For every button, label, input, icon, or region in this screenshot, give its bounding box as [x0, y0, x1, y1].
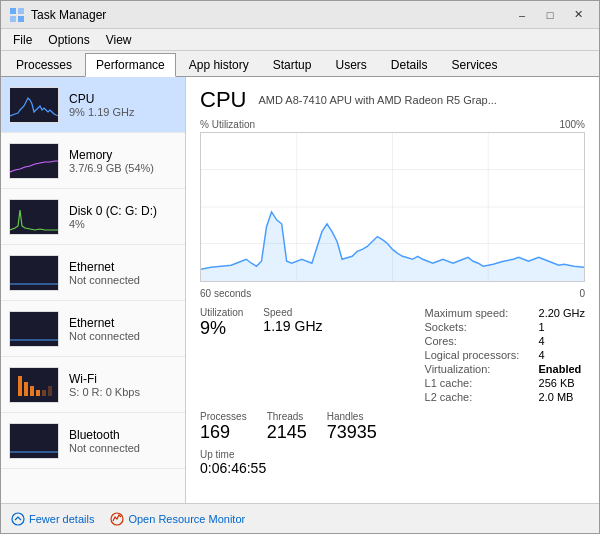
svg-rect-2 [10, 16, 16, 22]
handles-label: Handles [327, 411, 377, 422]
tab-users[interactable]: Users [324, 53, 377, 76]
tab-details[interactable]: Details [380, 53, 439, 76]
uptime-value: 0:06:46:55 [200, 460, 585, 476]
tab-processes[interactable]: Processes [5, 53, 83, 76]
uptime-label: Up time [200, 449, 585, 460]
cpu-sidebar-subtitle: 9% 1.19 GHz [69, 106, 134, 118]
svg-rect-14 [30, 386, 34, 396]
wifi-thumbnail [9, 367, 59, 403]
processes-row: Processes 169 Threads 2145 Handles 73935 [200, 411, 585, 443]
svg-rect-7 [10, 256, 59, 291]
virtualization-label: Virtualization: [425, 363, 535, 375]
sidebar-item-cpu[interactable]: CPU 9% 1.19 GHz [1, 77, 185, 133]
chart-y-label: % Utilization [200, 119, 255, 130]
sockets-row: Sockets: 1 [425, 321, 585, 333]
l2-cache-value: 2.0 MB [539, 391, 574, 403]
sidebar-item-ethernet2[interactable]: Ethernet Not connected [1, 301, 185, 357]
cpu-thumbnail [9, 87, 59, 123]
sidebar-item-memory[interactable]: Memory 3.7/6.9 GB (54%) [1, 133, 185, 189]
svg-rect-0 [10, 8, 16, 14]
threads-block: Threads 2145 [267, 411, 307, 443]
menu-bar: File Options View [1, 29, 599, 51]
max-speed-value: 2.20 GHz [539, 307, 585, 319]
tab-services[interactable]: Services [441, 53, 509, 76]
svg-rect-9 [10, 312, 59, 347]
speed-label: Speed [263, 307, 322, 318]
svg-rect-1 [18, 8, 24, 14]
menu-view[interactable]: View [98, 31, 140, 49]
svg-rect-4 [10, 88, 59, 123]
open-resource-monitor-link[interactable]: Open Resource Monitor [110, 512, 245, 526]
ethernet1-sidebar-title: Ethernet [69, 260, 140, 274]
bluetooth-sidebar-subtitle: Not connected [69, 442, 140, 454]
panel-description: AMD A8-7410 APU with AMD Radeon R5 Grap.… [258, 94, 496, 106]
fewer-details-link[interactable]: Fewer details [11, 512, 94, 526]
sidebar-item-bluetooth[interactable]: Bluetooth Not connected [1, 413, 185, 469]
chart-labels-bottom: 60 seconds 0 [200, 288, 585, 299]
utilization-label: Utilization [200, 307, 243, 318]
wifi-sidebar-info: Wi-Fi S: 0 R: 0 Kbps [69, 372, 140, 398]
tab-app-history[interactable]: App history [178, 53, 260, 76]
ethernet2-sidebar-subtitle: Not connected [69, 330, 140, 342]
memory-sidebar-title: Memory [69, 148, 154, 162]
logical-proc-row: Logical processors: 4 [425, 349, 585, 361]
maximize-button[interactable]: □ [537, 5, 563, 25]
sidebar-item-disk[interactable]: Disk 0 (C: G: D:) 4% [1, 189, 185, 245]
chart-x-right: 0 [579, 288, 585, 299]
bluetooth-sidebar-info: Bluetooth Not connected [69, 428, 140, 454]
wifi-sidebar-title: Wi-Fi [69, 372, 140, 386]
max-speed-row: Maximum speed: 2.20 GHz [425, 307, 585, 319]
speed-value: 1.19 GHz [263, 318, 322, 334]
l1-cache-value: 256 KB [539, 377, 575, 389]
cpu-sidebar-title: CPU [69, 92, 134, 106]
svg-rect-16 [42, 390, 46, 396]
tab-bar: Processes Performance App history Startu… [1, 51, 599, 77]
open-resource-monitor-label: Open Resource Monitor [128, 513, 245, 525]
chart-labels-top: % Utilization 100% [200, 119, 585, 130]
l2-cache-label: L2 cache: [425, 391, 535, 403]
disk-sidebar-title: Disk 0 (C: G: D:) [69, 204, 157, 218]
processes-block: Processes 169 [200, 411, 247, 443]
cores-row: Cores: 4 [425, 335, 585, 347]
ethernet2-sidebar-info: Ethernet Not connected [69, 316, 140, 342]
task-manager-window: Task Manager – □ ✕ File Options View Pro… [0, 0, 600, 534]
cores-label: Cores: [425, 335, 535, 347]
handles-block: Handles 73935 [327, 411, 377, 443]
app-icon [9, 7, 25, 23]
l1-cache-row: L1 cache: 256 KB [425, 377, 585, 389]
sidebar-item-ethernet1[interactable]: Ethernet Not connected [1, 245, 185, 301]
tab-startup[interactable]: Startup [262, 53, 323, 76]
handles-value: 73935 [327, 422, 377, 443]
bluetooth-sidebar-title: Bluetooth [69, 428, 140, 442]
sidebar-item-wifi[interactable]: Wi-Fi S: 0 R: 0 Kbps [1, 357, 185, 413]
cpu-detail-panel: CPU AMD A8-7410 APU with AMD Radeon R5 G… [186, 77, 599, 503]
tab-performance[interactable]: Performance [85, 53, 176, 77]
fewer-details-label: Fewer details [29, 513, 94, 525]
cpu-chart [200, 132, 585, 282]
uptime-block: Up time 0:06:46:55 [200, 449, 585, 476]
bluetooth-thumbnail [9, 423, 59, 459]
window-controls: – □ ✕ [509, 5, 591, 25]
panel-title: CPU [200, 87, 246, 113]
memory-thumbnail [9, 143, 59, 179]
ethernet1-sidebar-subtitle: Not connected [69, 274, 140, 286]
svg-rect-12 [18, 376, 22, 396]
menu-file[interactable]: File [5, 31, 40, 49]
footer-bar: Fewer details Open Resource Monitor [1, 503, 599, 533]
threads-value: 2145 [267, 422, 307, 443]
panel-header: CPU AMD A8-7410 APU with AMD Radeon R5 G… [200, 87, 585, 113]
speed-block: Speed 1.19 GHz [263, 307, 322, 403]
ethernet2-thumbnail [9, 311, 59, 347]
close-button[interactable]: ✕ [565, 5, 591, 25]
disk-thumbnail [9, 199, 59, 235]
minimize-button[interactable]: – [509, 5, 535, 25]
l1-cache-label: L1 cache: [425, 377, 535, 389]
logical-proc-label: Logical processors: [425, 349, 535, 361]
memory-sidebar-subtitle: 3.7/6.9 GB (54%) [69, 162, 154, 174]
l2-cache-row: L2 cache: 2.0 MB [425, 391, 585, 403]
cores-value: 4 [539, 335, 545, 347]
svg-rect-15 [36, 390, 40, 396]
title-bar: Task Manager – □ ✕ [1, 1, 599, 29]
wifi-sidebar-subtitle: S: 0 R: 0 Kbps [69, 386, 140, 398]
menu-options[interactable]: Options [40, 31, 97, 49]
